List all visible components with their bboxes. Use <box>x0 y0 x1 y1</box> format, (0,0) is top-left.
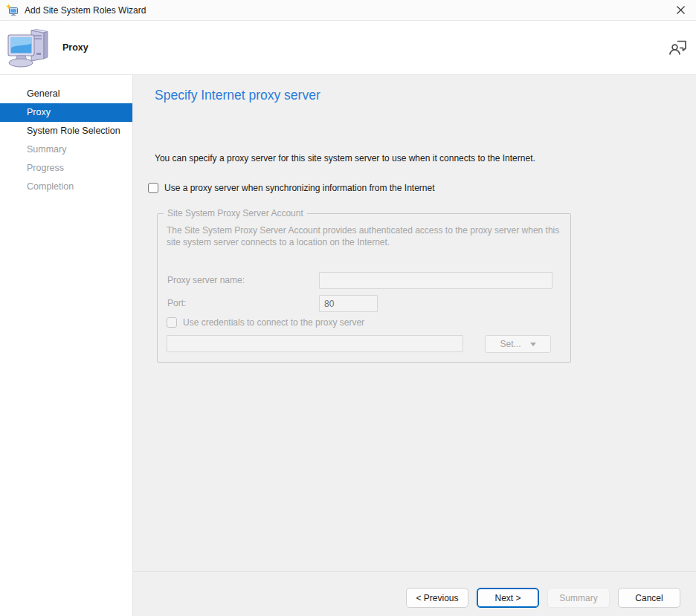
chevron-down-icon <box>530 343 536 346</box>
account-input <box>167 335 463 352</box>
summary-button: Summary <box>547 588 610 608</box>
proxy-account-groupbox: Site System Proxy Server Account The Sit… <box>157 213 571 363</box>
port-input <box>319 295 378 312</box>
page-heading: Specify Internet proxy server <box>155 88 320 103</box>
port-label: Port: <box>167 298 186 308</box>
wizard-window: Add Site System Roles Wizard <box>0 0 696 616</box>
close-icon[interactable] <box>668 1 693 20</box>
sidebar-item-completion: Completion <box>0 178 132 196</box>
groupbox-description: The Site System Proxy Server Account pro… <box>167 224 564 248</box>
groupbox-title: Site System Proxy Server Account <box>164 208 307 218</box>
sidebar-item-general[interactable]: General <box>0 85 132 103</box>
use-credentials-checkbox-row: Use credentials to connect to the proxy … <box>167 317 364 328</box>
set-account-button-label: Set... <box>500 339 521 349</box>
wizard-steps-sidebar: General Proxy System Role Selection Summ… <box>0 75 133 616</box>
set-account-button: Set... <box>485 335 551 353</box>
intro-text: You can specify a proxy server for this … <box>155 153 645 163</box>
page-title: Proxy <box>62 42 88 53</box>
workstation-icon <box>7 26 51 71</box>
sidebar-item-progress: Progress <box>0 159 132 178</box>
use-credentials-checkbox <box>167 317 177 328</box>
sidebar-item-summary: Summary <box>0 140 132 159</box>
footer-buttons: < Previous Next > Summary Cancel <box>406 588 680 608</box>
previous-button[interactable]: < Previous <box>406 588 468 608</box>
proxy-server-name-label: Proxy server name: <box>167 275 245 285</box>
window-title: Add Site System Roles Wizard <box>25 5 668 16</box>
use-credentials-checkbox-label: Use credentials to connect to the proxy … <box>183 317 364 328</box>
wizard-header: Proxy <box>0 21 696 75</box>
wizard-page-content: Specify Internet proxy server You can sp… <box>133 75 696 616</box>
sidebar-item-proxy[interactable]: Proxy <box>0 103 132 122</box>
use-proxy-checkbox-row: Use a proxy server when synchronizing in… <box>148 183 435 193</box>
next-button[interactable]: Next > <box>477 588 539 608</box>
feedback-person-icon[interactable] <box>667 36 689 59</box>
app-wizard-icon <box>6 4 19 16</box>
footer-divider <box>133 571 696 572</box>
cancel-button[interactable]: Cancel <box>618 588 680 608</box>
titlebar: Add Site System Roles Wizard <box>0 0 696 21</box>
use-proxy-checkbox-label: Use a proxy server when synchronizing in… <box>164 183 435 193</box>
proxy-server-name-input <box>319 272 552 289</box>
sidebar-item-system-role-selection[interactable]: System Role Selection <box>0 122 132 140</box>
use-proxy-checkbox[interactable] <box>148 183 158 193</box>
